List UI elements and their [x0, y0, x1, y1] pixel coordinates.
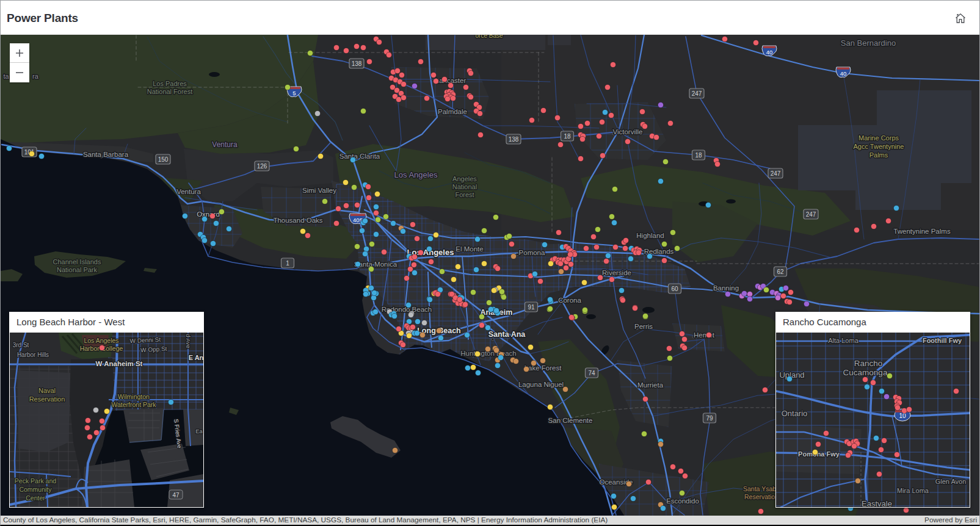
svg-text:Pomona Fwy: Pomona Fwy [798, 450, 840, 458]
svg-text:47: 47 [172, 492, 180, 499]
svg-text:247: 247 [692, 90, 702, 97]
svg-text:Ontario: Ontario [782, 409, 808, 418]
svg-text:Eastvale: Eastvale [862, 499, 892, 507]
svg-text:Mira Loma: Mira Loma [897, 487, 929, 494]
svg-text:138: 138 [509, 136, 519, 143]
svg-text:Reservation: Reservation [29, 395, 65, 403]
svg-text:Thousand Oaks: Thousand Oaks [273, 217, 322, 224]
svg-text:Palms: Palms [869, 151, 888, 159]
svg-text:Harbor Hills: Harbor Hills [17, 351, 49, 358]
svg-text:ra: ra [32, 73, 39, 80]
svg-text:91: 91 [528, 304, 535, 311]
svg-text:Los Padres: Los Padres [153, 80, 187, 87]
svg-text:Ventura: Ventura [176, 188, 201, 195]
svg-text:Victorville: Victorville [613, 128, 643, 135]
svg-text:Forest: Forest [455, 191, 474, 198]
svg-text:Santa Clarita: Santa Clarita [339, 153, 380, 160]
svg-text:Simi Valley: Simi Valley [302, 187, 336, 194]
svg-text:3rd St: 3rd St [13, 342, 29, 348]
svg-text:Agcc Twentynine: Agcc Twentynine [854, 143, 904, 150]
svg-text:1: 1 [286, 260, 289, 267]
svg-text:d Ave: d Ave [185, 334, 192, 348]
svg-text:Angeles: Angeles [452, 175, 477, 182]
svg-text:Channel Islands: Channel Islands [53, 258, 101, 265]
svg-text:Community: Community [19, 486, 52, 493]
svg-text:40: 40 [766, 49, 773, 56]
svg-text:Cucamonga: Cucamonga [843, 368, 888, 377]
svg-text:Los Angeles: Los Angeles [394, 170, 438, 179]
svg-text:247: 247 [806, 211, 816, 218]
svg-text:E An: E An [189, 354, 203, 361]
svg-text:Foothill Fwy: Foothill Fwy [923, 337, 962, 344]
svg-text:San Bernardino: San Bernardino [841, 38, 896, 48]
svg-text:18: 18 [564, 133, 571, 140]
svg-text:Ventura: Ventura [212, 140, 238, 149]
svg-text:Lake Forest: Lake Forest [524, 364, 562, 372]
svg-text:62: 62 [777, 268, 784, 275]
svg-text:Alta Loma: Alta Loma [828, 337, 858, 344]
svg-text:W Opp St: W Opp St [140, 345, 167, 353]
svg-text:126: 126 [257, 163, 267, 170]
svg-text:Santa Ysabe: Santa Ysabe [743, 485, 780, 492]
svg-text:Waterfront Park: Waterfront Park [111, 401, 156, 408]
svg-text:Naval: Naval [38, 387, 56, 394]
svg-text:San Clemente: San Clemente [548, 417, 593, 424]
svg-text:79: 79 [706, 415, 713, 422]
svg-text:Reservation: Reservation [744, 493, 779, 500]
svg-text:40: 40 [840, 70, 847, 77]
svg-text:Center: Center [26, 494, 45, 502]
svg-text:Santa Ana: Santa Ana [488, 330, 526, 339]
svg-text:Laguna Niguel: Laguna Niguel [518, 381, 564, 388]
svg-text:Murrieta: Murrieta [637, 381, 664, 389]
svg-text:Ea: Ea [195, 428, 203, 434]
svg-text:Palmdale: Palmdale [438, 108, 467, 115]
svg-text:Glen Avon: Glen Avon [935, 478, 967, 485]
svg-text:Santa Barbara: Santa Barbara [83, 151, 129, 158]
svg-text:Rancho: Rancho [854, 359, 883, 368]
svg-text:Los Angeles: Los Angeles [84, 337, 118, 344]
svg-text:orce Base: orce Base [475, 35, 503, 39]
svg-text:74: 74 [588, 370, 595, 376]
svg-text:247: 247 [771, 170, 781, 177]
svg-text:Riverside: Riverside [602, 269, 631, 276]
svg-text:Highland: Highland [636, 232, 664, 239]
svg-text:Wilmington: Wilmington [118, 393, 150, 400]
svg-text:El Monte: El Monte [456, 245, 483, 253]
svg-text:Oxnard: Oxnard [197, 211, 220, 218]
svg-text:Escondido: Escondido [666, 497, 699, 505]
svg-text:Corona: Corona [558, 297, 581, 304]
svg-text:60: 60 [671, 286, 678, 292]
svg-text:Twentynine Palms: Twentynine Palms [893, 228, 951, 235]
svg-text:ta: ta [3, 73, 9, 80]
svg-text:Peck Park and: Peck Park and [15, 477, 56, 485]
svg-text:Banning: Banning [713, 284, 739, 292]
svg-text:138: 138 [352, 60, 362, 67]
svg-text:W Anaheim St: W Anaheim St [96, 360, 143, 367]
svg-text:Pomona: Pomona [519, 249, 545, 256]
svg-text:150: 150 [158, 156, 169, 163]
svg-text:National: National [452, 183, 477, 190]
svg-text:5: 5 [292, 90, 296, 96]
svg-text:Perris: Perris [634, 323, 653, 330]
svg-text:National Park: National Park [57, 266, 98, 273]
svg-text:Marine Corps: Marine Corps [858, 134, 899, 142]
svg-text:National Forest: National Forest [147, 88, 193, 95]
svg-text:18: 18 [695, 152, 702, 159]
